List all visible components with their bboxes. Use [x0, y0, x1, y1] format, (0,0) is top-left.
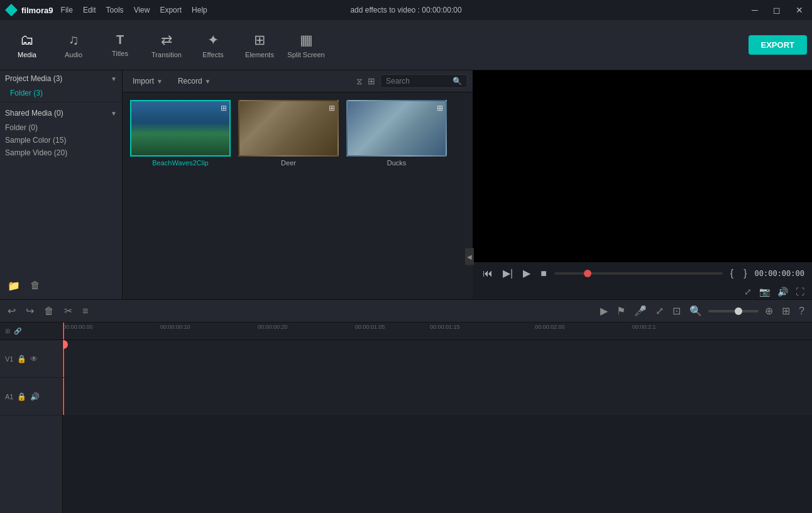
layout-button[interactable]: ⊞: [779, 302, 793, 319]
effects-icon: ✦: [207, 32, 219, 48]
video-eye-icon[interactable]: 👁: [30, 355, 38, 363]
video-lock-icon[interactable]: 🔒: [17, 355, 26, 363]
media-name-beach: BeachWaves2Clip: [130, 159, 231, 167]
zoom-out-button[interactable]: 🔍: [687, 302, 705, 319]
adjust-button[interactable]: ≡: [80, 303, 91, 319]
menu-tools[interactable]: Tools: [106, 6, 124, 14]
link-icon[interactable]: 🔗: [14, 328, 21, 334]
help-tl-button[interactable]: ?: [796, 303, 807, 319]
media-name-deer: Deer: [238, 159, 339, 167]
bracket-open[interactable]: {: [728, 267, 736, 280]
stop-button[interactable]: ■: [538, 267, 549, 280]
media-label: Media: [18, 51, 36, 58]
play-button[interactable]: ▶: [520, 266, 533, 280]
close-button[interactable]: ✕: [792, 4, 807, 16]
audio-volume-icon[interactable]: 🔊: [30, 392, 40, 401]
tool-effects[interactable]: ✦ Effects: [191, 23, 235, 67]
menu-view[interactable]: View: [134, 6, 150, 14]
snap-icon[interactable]: ⊞: [5, 328, 10, 334]
video-track-label: V1: [5, 355, 13, 363]
media-icon: 🗂: [20, 32, 34, 48]
ruler-mark-1: 00:00:00:10: [160, 323, 190, 339]
play-prev-button[interactable]: ▶|: [500, 266, 515, 280]
redo-button[interactable]: ↪: [23, 302, 36, 319]
maximize-button[interactable]: ◻: [769, 4, 784, 16]
tool-elements[interactable]: ⊞ Elements: [238, 23, 282, 67]
media-area: Import ▼ Record ▼ ⧖ ⊞ 🔍 ⊞ BeachW: [123, 70, 473, 299]
audio-icon: ♫: [69, 32, 79, 48]
resize-preview-button[interactable]: ⤢: [744, 287, 752, 297]
media-toolbar-right: ⧖ ⊞ 🔍: [356, 74, 468, 88]
titlebar: filmora9 File Edit Tools View Export Hel…: [0, 0, 812, 20]
preview-screen: [473, 70, 812, 262]
play-tl-button[interactable]: ▶: [598, 302, 610, 319]
search-input[interactable]: [386, 77, 449, 86]
sample-video-item[interactable]: Sample Video (20): [0, 146, 122, 159]
marker-button[interactable]: ⚑: [614, 302, 628, 319]
elements-icon: ⊞: [254, 32, 265, 48]
project-media-header[interactable]: Project Media (3) ▼: [0, 70, 122, 87]
record-dropdown-arrow: ▼: [205, 78, 211, 85]
video-track-lane[interactable]: [63, 340, 812, 378]
mix-button[interactable]: ⤢: [653, 302, 666, 319]
audio-lock-icon[interactable]: 🔒: [17, 392, 26, 401]
ruler-mark-6: 00:00:2:1: [632, 323, 656, 339]
menu-edit[interactable]: Edit: [83, 6, 96, 14]
media-grid: ⊞ BeachWaves2Clip ⊞ Deer ⊞ Ducks: [123, 92, 473, 299]
preview-controls: ⏮ ▶| ▶ ■ { } 00:00:00:00: [473, 262, 812, 284]
audio-track-label: A1: [5, 393, 13, 400]
timeline-toolbar-right: ▶ ⚑ 🎤 ⤢ ⊡ 🔍 ⊕ ⊞ ?: [598, 302, 807, 319]
sample-color-item[interactable]: Sample Color (15): [0, 134, 122, 146]
delete-button[interactable]: 🗑: [41, 303, 57, 319]
export-button[interactable]: EXPORT: [749, 35, 807, 55]
menu-file[interactable]: File: [61, 6, 73, 14]
insert-button[interactable]: ⊡: [670, 302, 683, 319]
mic-button[interactable]: 🎤: [632, 302, 649, 319]
zoom-slider[interactable]: [708, 310, 759, 312]
filter-icon[interactable]: ⧖: [356, 76, 363, 87]
progress-bar[interactable]: [554, 272, 723, 275]
ruler-mark-0: 00:00:00:00: [63, 323, 93, 339]
tool-media[interactable]: 🗂 Media: [5, 23, 49, 67]
menu-export[interactable]: Export: [160, 6, 182, 14]
shared-folder-item[interactable]: Folder (0): [0, 121, 122, 134]
tool-transition[interactable]: ⇄ Transition: [145, 23, 189, 67]
tool-titles[interactable]: T Titles: [98, 23, 142, 67]
record-button[interactable]: Record ▼: [173, 74, 216, 88]
tool-audio[interactable]: ♫ Audio: [52, 23, 96, 67]
zoom-add-button[interactable]: ⊕: [762, 302, 776, 319]
folder-item[interactable]: Folder (3): [0, 87, 122, 99]
fullscreen-button[interactable]: ⛶: [796, 287, 804, 297]
thumb-deer: ⊞: [238, 100, 339, 157]
media-item-beach[interactable]: ⊞ BeachWaves2Clip: [130, 100, 231, 167]
preview-secondary: ⤢ 📷 🔊 ⛶: [473, 284, 812, 299]
add-folder-button[interactable]: 📁: [5, 277, 23, 294]
thumb-overlay-beach: ⊞: [221, 104, 227, 113]
volume-button[interactable]: 🔊: [777, 287, 788, 297]
tool-splitscreen[interactable]: ▦ Split Screen: [284, 23, 328, 67]
timeline-toolbar: ↩ ↪ 🗑 ✂ ≡ ▶ ⚑ 🎤 ⤢ ⊡ 🔍 ⊕ ⊞ ?: [0, 300, 812, 323]
splitscreen-label: Split Screen: [287, 51, 324, 58]
audio-track-lane[interactable]: [63, 378, 812, 416]
titles-label: Titles: [112, 50, 128, 57]
import-button[interactable]: Import ▼: [128, 74, 168, 88]
record-label: Record: [178, 77, 202, 86]
shared-media-header[interactable]: Shared Media (0) ▼: [0, 105, 122, 121]
collapse-handle[interactable]: ◀: [465, 248, 474, 265]
step-back-button[interactable]: ⏮: [480, 267, 495, 280]
zoom-thumb: [735, 307, 742, 315]
media-item-deer[interactable]: ⊞ Deer: [238, 100, 339, 167]
snapshot-button[interactable]: 📷: [759, 287, 770, 297]
grid-icon[interactable]: ⊞: [368, 76, 375, 86]
menu-help[interactable]: Help: [192, 6, 207, 14]
media-item-ducks[interactable]: ⊞ Ducks: [346, 100, 447, 167]
remove-folder-button[interactable]: 🗑: [28, 277, 43, 294]
project-media-label: Project Media (3): [5, 74, 62, 83]
cut-button[interactable]: ✂: [62, 302, 75, 319]
main-area: Project Media (3) ▼ Folder (3) Shared Me…: [0, 70, 812, 299]
bracket-close[interactable]: }: [741, 267, 749, 280]
import-label: Import: [133, 77, 154, 86]
undo-button[interactable]: ↩: [5, 302, 18, 319]
playhead-video: [63, 340, 64, 377]
minimize-button[interactable]: ─: [748, 4, 762, 16]
